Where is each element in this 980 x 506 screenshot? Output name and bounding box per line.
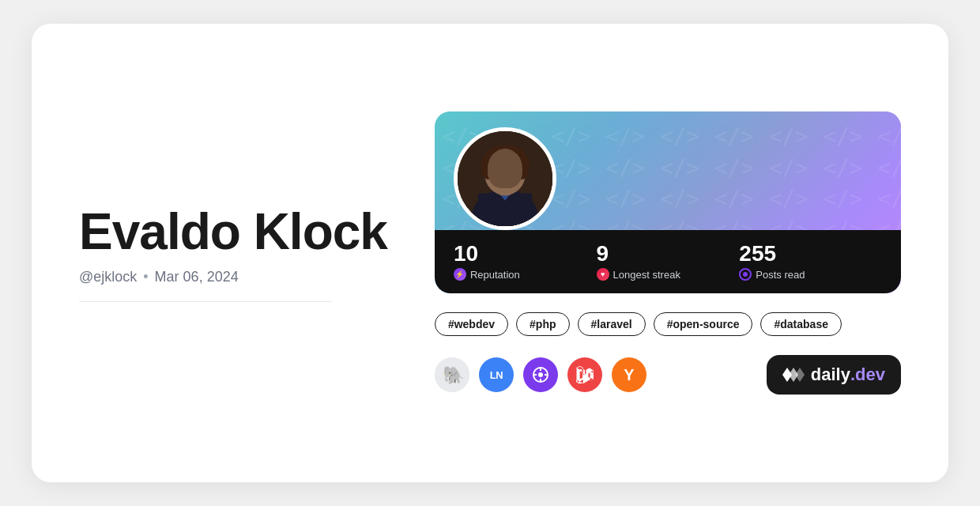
svg-text:</>: </> (660, 186, 699, 211)
reputation-value: 10 (454, 243, 597, 265)
svg-point-54 (538, 372, 543, 377)
dailydev-text: daily.dev (811, 364, 885, 385)
svg-text:</>: </> (877, 123, 901, 149)
avatar-image (458, 131, 552, 226)
svg-point-50 (496, 179, 514, 188)
posts-label-text: Posts read (756, 269, 805, 281)
profile-card: Evaldo Klock @ejklock • Mar 06, 2024 </>… (32, 24, 948, 482)
svg-text:</>: </> (551, 186, 590, 211)
dailydev-icon (782, 366, 805, 383)
meta-separator: • (143, 269, 148, 285)
tag-php[interactable]: #php (516, 312, 569, 336)
badge-crosshair (523, 357, 558, 392)
svg-text:</>: </> (714, 123, 754, 149)
svg-text:</>: </> (605, 123, 645, 149)
svg-point-42 (484, 152, 526, 195)
user-meta: @ejklock • Mar 06, 2024 (79, 269, 387, 285)
join-date: Mar 06, 2024 (155, 269, 239, 285)
svg-text:</>: </> (660, 155, 699, 180)
daily-text: daily (811, 364, 850, 385)
tags-row: #webdev #php #laravel #open-source #data… (435, 312, 901, 336)
posts-icon (739, 268, 752, 281)
tag-webdev[interactable]: #webdev (435, 312, 508, 336)
profile-banner: </> </> </> </> </> </> </> </> </> </> … (435, 111, 901, 293)
svg-text:</>: </> (824, 186, 863, 211)
stats-bar: 10 ⚡ Reputation 9 ♥ Longest streak 255 (435, 230, 901, 293)
reputation-label-text: Reputation (470, 269, 520, 281)
svg-text:</>: </> (714, 186, 754, 211)
svg-text:</>: </> (824, 155, 863, 180)
svg-text:</>: </> (769, 186, 808, 211)
left-section: Evaldo Klock @ejklock • Mar 06, 2024 (79, 204, 387, 302)
svg-point-48 (495, 171, 500, 176)
user-name: Evaldo Klock (79, 204, 387, 259)
streak-label: ♥ Longest streak (597, 268, 740, 281)
dev-text: .dev (850, 364, 885, 385)
stat-reputation: 10 ⚡ Reputation (454, 243, 597, 281)
svg-point-45 (514, 153, 529, 179)
svg-text:</>: </> (877, 186, 901, 211)
svg-text:</>: </> (769, 155, 808, 180)
svg-point-43 (484, 145, 526, 169)
tag-open-source[interactable]: #open-source (654, 312, 753, 336)
svg-text:</>: </> (877, 155, 901, 180)
divider (79, 301, 332, 302)
svg-text:</>: </> (824, 123, 863, 149)
streak-value: 9 (597, 243, 740, 265)
reputation-label: ⚡ Reputation (454, 268, 597, 281)
svg-text:</>: </> (605, 186, 645, 211)
stat-streak: 9 ♥ Longest streak (597, 243, 740, 281)
user-handle: @ejklock (79, 269, 137, 285)
dailydev-logo: daily.dev (767, 355, 901, 395)
svg-text:🐘: 🐘 (443, 364, 465, 386)
streak-icon: ♥ (597, 268, 609, 281)
svg-text:</>: </> (551, 123, 590, 149)
svg-text:</>: </> (660, 123, 699, 149)
badge-ln: LN (479, 357, 514, 392)
svg-text:</>: </> (605, 155, 645, 180)
svg-point-44 (481, 153, 495, 179)
tech-badges: 🐘 LN (435, 357, 646, 392)
posts-value: 255 (739, 243, 882, 265)
svg-point-46 (494, 171, 501, 179)
posts-icon-inner (743, 272, 748, 277)
svg-point-47 (509, 171, 516, 179)
reputation-icon: ⚡ (454, 268, 466, 281)
badge-y: Y (612, 357, 646, 392)
tag-laravel[interactable]: #laravel (578, 312, 646, 336)
svg-text:</>: </> (769, 123, 808, 149)
streak-label-text: Longest streak (613, 269, 680, 281)
posts-label: Posts read (739, 268, 882, 281)
right-section: </> </> </> </> </> </> </> </> </> </> … (435, 111, 901, 395)
badge-mysql: 🐘 (435, 357, 469, 392)
svg-text:</>: </> (714, 155, 754, 180)
avatar (454, 127, 556, 230)
stat-posts: 255 Posts read (739, 243, 882, 281)
tag-database[interactable]: #database (760, 312, 841, 336)
badge-laravel (567, 357, 602, 392)
svg-text:</>: </> (551, 155, 590, 180)
svg-point-49 (509, 171, 514, 176)
badges-row: 🐘 LN (435, 355, 901, 395)
